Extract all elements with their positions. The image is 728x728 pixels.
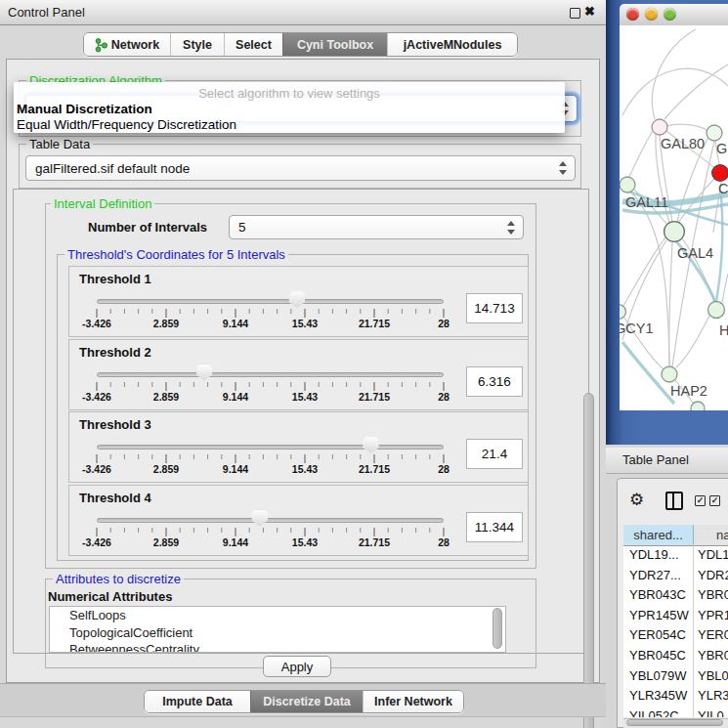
network-node[interactable] — [691, 402, 705, 415]
threshold-row: Threshold 4-3.4262.8599.14415.4321.71528… — [68, 485, 529, 556]
slider-scale-label: 15.43 — [271, 463, 339, 475]
network-graph: GAL80GCGAL11GAL4GCY1HHAP2 — [606, 0, 728, 445]
network-node-label: GAL80 — [661, 136, 705, 151]
settings-panel-scrollbar[interactable] — [583, 393, 594, 728]
network-edge — [722, 274, 728, 303]
network-node[interactable] — [620, 177, 635, 193]
table-cell-shared-name: YDL19... — [629, 547, 679, 562]
table-row[interactable]: YIL052CYIL0 — [623, 707, 728, 717]
threshold-label: Threshold 2 — [79, 345, 151, 360]
slider-thumb[interactable] — [251, 510, 268, 527]
combo-stepper-icon — [506, 221, 516, 235]
attributes-group-title: Attributes to discretize — [53, 572, 184, 586]
table-cell-name: YBR0 — [698, 648, 728, 663]
network-node[interactable] — [707, 125, 722, 141]
attributes-list-scrollbar[interactable] — [492, 608, 502, 649]
slider-scale-label: -3.426 — [63, 463, 131, 475]
threshold-label: Threshold 1 — [79, 272, 151, 286]
slider-track[interactable] — [97, 518, 444, 523]
table-row[interactable]: YBR045CYBR0 — [623, 646, 728, 666]
table-row[interactable]: YER054CYER0 — [623, 625, 728, 646]
tab-impute-data[interactable]: Impute Data — [145, 691, 250, 712]
tab-cyni-toolbox[interactable]: Cyni Toolbox — [282, 33, 387, 56]
threshold-rows: Threshold 1-3.4262.8599.14415.4321.71528… — [63, 254, 533, 559]
close-icon[interactable]: ✖ — [584, 4, 595, 19]
network-node[interactable] — [612, 305, 626, 320]
network-node[interactable] — [652, 119, 667, 135]
tab-network[interactable]: Network — [84, 33, 170, 56]
slider-track[interactable] — [97, 445, 444, 450]
tab-jactivemnodules[interactable]: jActiveMNodules — [387, 33, 517, 56]
float-window-icon[interactable] — [570, 8, 580, 19]
top-tab-bar: NetworkStyleSelectCyni ToolboxjActiveMNo… — [83, 32, 518, 57]
table-data-group-title: Table Data — [26, 137, 93, 151]
table-cell-shared-name: YIL052C — [629, 708, 679, 717]
slider-thumb[interactable] — [288, 291, 305, 308]
slider-thumb[interactable] — [363, 437, 379, 453]
tab-label: Infer Network — [374, 695, 452, 708]
tab-label: Select — [236, 38, 272, 52]
threshold-row: Threshold 3-3.4262.8599.14415.4321.71528… — [68, 411, 529, 483]
algorithm-option-equal-width-frequency[interactable]: Equal Width/Frequency Discretization — [17, 117, 236, 132]
slider-scale-label: 2.859 — [132, 318, 200, 329]
number-of-intervals-value: 5 — [238, 220, 246, 235]
checked-box-icon[interactable]: ✓ — [695, 495, 706, 506]
list-item[interactable]: BetweennessCentrality — [50, 641, 505, 653]
table-data-combo[interactable]: galFiltered.sif default node — [25, 155, 576, 181]
split-pane-icon[interactable] — [665, 492, 683, 510]
threshold-value-field[interactable]: 11.344 — [466, 512, 523, 542]
network-node-label: GAL11 — [625, 194, 668, 210]
tab-label: jActiveMNodules — [404, 38, 502, 52]
network-node-label: GAL4 — [677, 245, 713, 261]
table-hscrollbar-thumb[interactable] — [626, 719, 723, 726]
numerical-attributes-list: SelfLoopsTopologicalCoefficientBetweenne… — [49, 606, 506, 653]
column-header-name[interactable]: na — [716, 525, 728, 545]
checked-box-icon[interactable]: ✓ — [709, 495, 720, 506]
network-node[interactable] — [712, 165, 728, 182]
tab-select[interactable]: Select — [224, 33, 282, 56]
table-data-combo-value: galFiltered.sif default node — [35, 161, 190, 176]
algorithm-popup: Select algorithm to view settings Manual… — [14, 82, 565, 133]
network-node[interactable] — [708, 302, 725, 319]
network-node-label: H — [719, 322, 728, 338]
window-title: Control Panel — [8, 5, 85, 20]
tab-label: Style — [183, 38, 212, 52]
tab-discretize-data[interactable]: Discretize Data — [250, 691, 363, 712]
table-row[interactable]: YLR345WYLR3 — [623, 686, 728, 707]
threshold-value-field[interactable]: 14.713 — [466, 293, 523, 323]
threshold-value-field[interactable]: 21.4 — [466, 439, 523, 469]
table-cell-name: YER0 — [698, 627, 728, 642]
table-row[interactable]: YDL19...YDL1 — [623, 545, 728, 566]
table-row[interactable]: YBL079WYBL0 — [623, 666, 728, 687]
gear-icon[interactable]: ⚙ — [629, 490, 644, 510]
tab-style[interactable]: Style — [170, 33, 224, 56]
slider-scale-label: 15.43 — [271, 391, 339, 403]
control-panel-titlebar: Control Panel ✖ — [0, 0, 606, 25]
number-of-intervals-combo[interactable]: 5 — [229, 215, 524, 239]
slider-scale-label: 2.859 — [132, 536, 200, 548]
tab-infer-network[interactable]: Infer Network — [363, 691, 463, 712]
table-row[interactable]: YPR145WYPR1 — [623, 606, 728, 626]
slider-scale-label: 2.859 — [132, 463, 200, 475]
list-item[interactable]: SelfLoops — [50, 607, 505, 624]
slider-thumb[interactable] — [196, 364, 213, 381]
threshold-value-field[interactable]: 6.316 — [466, 366, 523, 397]
threshold-label: Threshold 4 — [79, 491, 151, 505]
table-row[interactable]: YBR043CYBR0 — [623, 585, 728, 606]
slider-scale-label: 21.715 — [340, 391, 408, 403]
table-row[interactable]: YDR27...YDR2 — [623, 566, 728, 586]
slider-scale-label: 9.144 — [201, 536, 270, 548]
table-cell-shared-name: YDR27... — [629, 568, 681, 582]
apply-button[interactable]: Apply — [263, 656, 331, 677]
slider-scale-label: -3.426 — [63, 318, 131, 329]
slider-scale-label: -3.426 — [63, 391, 131, 403]
network-node[interactable] — [662, 366, 677, 382]
slider-track[interactable] — [97, 372, 444, 377]
network-node[interactable] — [664, 222, 685, 242]
slider-track[interactable] — [97, 299, 444, 304]
network-edge — [664, 64, 728, 119]
column-header-shared-name[interactable]: shared... — [623, 525, 694, 545]
list-item[interactable]: TopologicalCoefficient — [50, 624, 505, 642]
network-edge — [666, 124, 707, 130]
algorithm-option-manual-discretization[interactable]: Manual Discretization — [17, 102, 152, 116]
